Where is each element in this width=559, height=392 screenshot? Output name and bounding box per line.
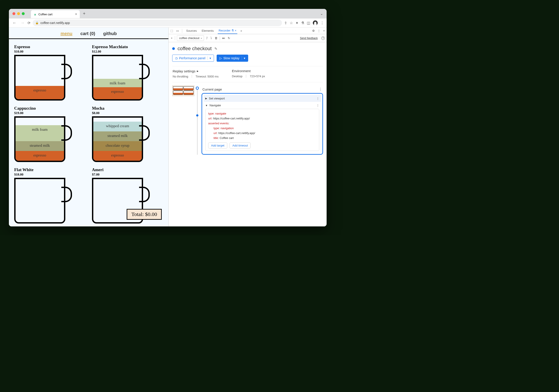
dropdown-icon[interactable]: ▾: [207, 56, 211, 60]
settings-row: Replay settings ▸ No throttling Timeout:…: [172, 66, 323, 82]
continue-icon[interactable]: ↻: [227, 36, 231, 40]
nav-github[interactable]: github: [103, 31, 117, 36]
timeline-line: [197, 88, 197, 155]
content-area: menu cart (0) github Espresso $10.00 esp…: [9, 27, 326, 226]
tab-recorder[interactable]: Recorder ⚗ ×: [218, 27, 237, 34]
share-icon[interactable]: ⇧: [284, 20, 287, 25]
ingredient-layer: steamed milk: [16, 141, 64, 151]
devtools-panel: ⬚ ▭ Sources Elements Recorder ⚗ × » ⚙ ⋮ …: [168, 27, 326, 226]
inspect-icon[interactable]: ⬚: [170, 29, 173, 32]
import-icon[interactable]: ⤵: [210, 36, 212, 40]
product-item[interactable]: Cappuccino $19.00 milk foamsteamed milke…: [14, 106, 85, 163]
browser-menu-icon[interactable]: ⋮: [320, 20, 324, 25]
step-details: type: navigate url: https://coffee-cart.…: [205, 109, 319, 151]
slow-replay-button[interactable]: ▷ Slow replay ▾: [217, 55, 248, 62]
product-price: $12.00: [92, 50, 163, 53]
chevron-right-icon: ▸: [197, 69, 199, 73]
new-recording-icon[interactable]: +: [170, 36, 173, 40]
tab-sources[interactable]: Sources: [185, 28, 198, 34]
divider: [246, 75, 246, 78]
action-buttons: ◷ Performance panel ▾ ▷ Slow replay ▾: [172, 55, 323, 62]
tab-elements[interactable]: Elements: [201, 28, 215, 34]
export-icon[interactable]: ⤴: [206, 36, 208, 40]
url-text: coffee-cart.netlify.app: [40, 21, 70, 25]
title-bar: ▲ Coffee cart × + ⌄: [9, 9, 326, 18]
window-close-button[interactable]: [12, 12, 15, 15]
url-input[interactable]: 🔒 coffee-cart.netlify.app: [33, 19, 282, 26]
nav-forward-button[interactable]: →: [19, 20, 25, 26]
replay-settings[interactable]: Replay settings ▸ No throttling Timeout:…: [173, 69, 219, 78]
product-name: Espresso: [14, 45, 85, 49]
tabs-dropdown-icon[interactable]: ⌄: [320, 11, 323, 16]
step-navigate[interactable]: ▼ Navigate ⋮: [204, 102, 321, 109]
browser-tab[interactable]: ▲ Coffee cart ×: [31, 10, 80, 18]
add-timeout-button[interactable]: Add timeout: [230, 143, 251, 149]
reload-button[interactable]: ⟳: [28, 21, 30, 25]
chevron-right-icon: ▶: [205, 97, 207, 100]
step-menu-icon[interactable]: ⋮: [319, 87, 322, 91]
timeline-node[interactable]: [196, 87, 199, 90]
nav-back-button[interactable]: ←: [11, 20, 17, 26]
divider: [175, 36, 175, 40]
step-set-viewport[interactable]: ▶ Set viewport ⋮: [204, 95, 321, 102]
product-cup: milk foamespresso: [92, 55, 150, 101]
edit-title-icon[interactable]: ✎: [214, 47, 217, 51]
url-actions: ⇧ ☆ ✦ ⚗ ◫ ⋮: [284, 20, 324, 25]
step-menu-icon[interactable]: ⋮: [316, 104, 319, 107]
tab-close-icon[interactable]: ×: [75, 12, 77, 16]
url-bar: ← → ⟳ 🔒 coffee-cart.netlify.app ⇧ ☆ ✦ ⚗ …: [9, 18, 326, 27]
product-name: Espresso Macchiato: [92, 45, 163, 49]
recording-select[interactable]: coffee checkout: [177, 35, 204, 41]
chevron-down-icon: ▼: [205, 104, 208, 107]
devtools-tabs: ⬚ ▭ Sources Elements Recorder ⚗ × » ⚙ ⋮ …: [169, 27, 326, 34]
product-item[interactable]: Mocha $8.00 whipped creamsteamed milkcho…: [92, 106, 163, 163]
environment-info: Environment Desktop 723×574 px: [232, 69, 265, 78]
profile-avatar[interactable]: [313, 20, 318, 25]
product-cup: espresso: [14, 55, 72, 101]
product-price: $7.00: [92, 173, 163, 177]
help-icon[interactable]: ?: [321, 36, 325, 40]
step-thumbnail[interactable]: [172, 85, 194, 96]
ingredient-layer: milk foam: [16, 125, 64, 141]
recording-status-dot: [172, 47, 175, 50]
divider: [182, 29, 182, 33]
settings-icon[interactable]: ⚙: [312, 29, 315, 32]
bookmark-icon[interactable]: ☆: [290, 20, 293, 25]
ingredient-layer: whipped cream: [93, 122, 142, 131]
step-card: ▶ Set viewport ⋮ ▼ Navigate ⋮ type: navi…: [202, 93, 323, 155]
device-toggle-icon[interactable]: ▭: [176, 29, 179, 32]
send-feedback-link[interactable]: Send feedback: [300, 37, 318, 40]
gauge-icon: ◷: [175, 56, 178, 60]
window-maximize-button[interactable]: [22, 12, 25, 15]
extensions-icon[interactable]: ✦: [296, 20, 298, 25]
dropdown-icon[interactable]: ▾: [242, 56, 245, 60]
recorder-body: coffee checkout ✎ ◷ Performance panel ▾ …: [169, 42, 326, 226]
ingredient-layer: steamed milk: [93, 131, 142, 141]
ingredient-layer: espresso: [93, 151, 142, 161]
nav-cart[interactable]: cart (0): [80, 31, 95, 36]
product-cup: [14, 178, 72, 224]
delete-icon[interactable]: 🗑: [214, 36, 218, 40]
step-menu-icon[interactable]: ⋮: [316, 97, 319, 100]
performance-panel-button[interactable]: ◷ Performance panel ▾: [172, 55, 214, 62]
nav-menu[interactable]: menu: [60, 31, 72, 36]
step-over-icon[interactable]: ⏭: [222, 36, 225, 40]
timeline-node[interactable]: [196, 114, 198, 116]
devtools-menu-icon[interactable]: ⋮: [317, 29, 320, 32]
current-page-header: Current page ⋮: [202, 85, 323, 93]
site-nav: menu cart (0) github: [9, 27, 168, 39]
labs-icon[interactable]: ⚗: [301, 20, 304, 25]
more-tabs-icon[interactable]: »: [240, 29, 242, 32]
cart-total[interactable]: Total: $0.00: [127, 209, 162, 220]
product-item[interactable]: Espresso Macchiato $12.00 milk foamespre…: [92, 45, 163, 101]
product-name: Mocha: [92, 106, 163, 111]
window-minimize-button[interactable]: [17, 12, 20, 15]
add-target-button[interactable]: Add target: [208, 143, 227, 149]
devtools-close-icon[interactable]: ×: [323, 29, 325, 32]
product-item[interactable]: Flat White $18.00: [14, 167, 85, 224]
sidepanel-icon[interactable]: ◫: [307, 20, 310, 25]
tab-title: Coffee cart: [38, 13, 52, 16]
webpage: menu cart (0) github Espresso $10.00 esp…: [9, 27, 168, 226]
new-tab-button[interactable]: +: [83, 11, 85, 16]
product-item[interactable]: Espresso $10.00 espresso: [14, 45, 85, 101]
